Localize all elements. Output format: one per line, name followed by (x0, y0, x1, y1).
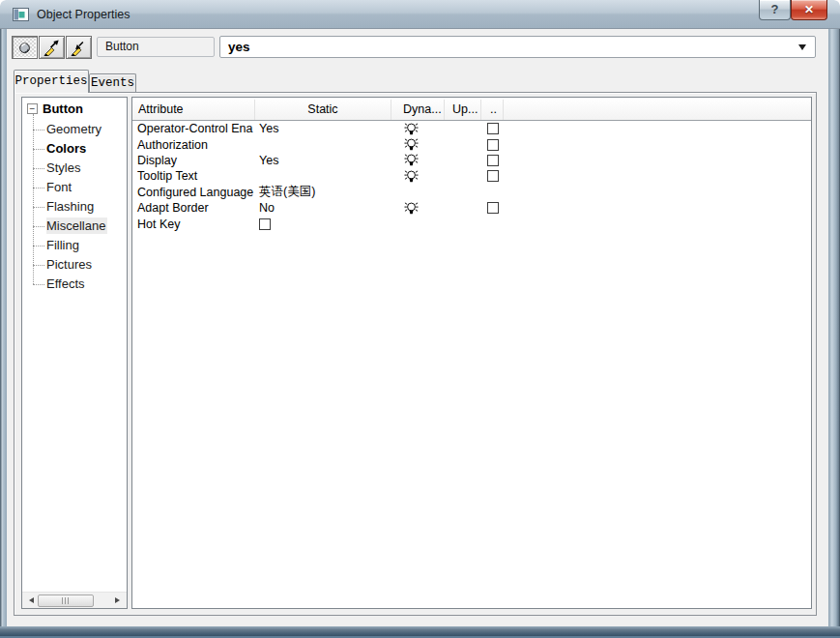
object-properties-window: Object Properties ? ✕ (0, 0, 840, 638)
table-row[interactable]: Hot Key (132, 216, 811, 231)
column-header-filler (504, 100, 811, 120)
attribute-cell: Display (132, 154, 255, 167)
window-border-bottom (0, 626, 840, 638)
tree-item-label: Colors (46, 140, 88, 157)
tree-item-label: Geometry (46, 121, 103, 137)
tab-events[interactable]: Events (89, 73, 136, 93)
table-row[interactable]: Tooltip Text (132, 168, 811, 184)
column-header-0[interactable]: Attribute (132, 100, 255, 120)
indirect-cell[interactable] (481, 202, 504, 214)
tree-item-label: Filling (46, 237, 81, 253)
dynamic-cell[interactable] (391, 137, 445, 152)
static-value-cell[interactable]: Yes (255, 154, 391, 167)
indirect-cell[interactable] (481, 170, 504, 182)
dynamics-bulb-icon[interactable] (404, 153, 419, 167)
dynamic-cell[interactable] (391, 169, 445, 184)
attribute-cell: Hot Key (132, 218, 255, 231)
tree-item-styles[interactable]: Styles (22, 159, 127, 178)
indirect-cell[interactable] (481, 155, 504, 166)
pin-toggle-button[interactable] (12, 36, 38, 59)
window-border-left (0, 29, 7, 626)
table-row[interactable]: Display Yes (132, 153, 811, 168)
eyedropper-down-icon (71, 40, 87, 56)
object-name-field[interactable]: Button (97, 37, 215, 57)
tree-collapse-icon[interactable]: − (27, 103, 38, 114)
dynamics-bulb-icon[interactable] (404, 169, 419, 184)
attribute-cell: Configured Language (132, 186, 255, 199)
window-title: Object Properties (37, 8, 130, 21)
transfer-down-button[interactable] (66, 36, 92, 59)
table-row[interactable]: Configured Language 英语(美国) (132, 185, 811, 200)
window-border-right (828, 29, 840, 626)
transfer-up-button[interactable] (39, 36, 65, 59)
tree-horizontal-scrollbar[interactable] (22, 592, 127, 608)
static-value-cell[interactable]: No (255, 201, 391, 215)
table-row[interactable]: Authorization (132, 136, 811, 152)
indirect-cell[interactable] (481, 123, 504, 134)
attribute-cell: Operator-Control Ena (132, 122, 255, 135)
tree-item-font[interactable]: Font (22, 178, 127, 197)
tree-root-row: − Button (22, 100, 127, 119)
arrow-right-icon (115, 597, 123, 603)
table-row[interactable]: Adapt Border No (132, 200, 811, 216)
attribute-cell: Adapt Border (132, 201, 255, 215)
tree-item-pictures[interactable]: Pictures (22, 255, 127, 275)
pin-icon (17, 41, 32, 55)
tree-item-label: Flashing (46, 198, 96, 215)
static-value-cell[interactable]: Yes (255, 122, 391, 135)
tree-item-label: Styles (46, 160, 82, 176)
tree-item-flashing[interactable]: Flashing (22, 197, 127, 217)
static-value-cell[interactable]: 英语(美国) (255, 184, 391, 200)
table-row[interactable]: Operator-Control Ena Yes (132, 121, 811, 136)
static-value-cell[interactable] (255, 218, 391, 230)
checkbox[interactable] (487, 170, 499, 182)
attribute-value-combobox[interactable]: yes (219, 36, 816, 58)
properties-tree-panel: − Button GeometryColorsStylesFontFlashin… (21, 97, 128, 609)
titlebar[interactable]: Object Properties ? ✕ (0, 0, 840, 29)
table-header: AttributeStaticDyna...Up..... (132, 100, 811, 121)
dynamic-cell[interactable] (391, 122, 445, 136)
scroll-left-button[interactable] (22, 593, 38, 609)
tree-item-effects[interactable]: Effects (22, 275, 127, 294)
indirect-cell[interactable] (481, 139, 504, 151)
close-button[interactable]: ✕ (791, 0, 827, 20)
tab-properties[interactable]: Properties (14, 70, 89, 93)
dynamic-cell[interactable] (391, 201, 445, 216)
eyedropper-up-icon (43, 40, 60, 56)
scroll-right-button[interactable] (111, 593, 127, 609)
column-header-2[interactable]: Dyna... (391, 100, 445, 120)
tree-item-label: Miscellane (46, 218, 107, 234)
checkbox[interactable] (487, 139, 499, 151)
checkbox[interactable] (487, 155, 499, 166)
grip-icon (62, 597, 70, 604)
attribute-cell: Tooltip Text (132, 169, 255, 183)
attributes-table-panel: AttributeStaticDyna...Up..... Operator-C… (131, 97, 812, 609)
combobox-value: yes (228, 40, 250, 54)
chevron-down-icon[interactable] (798, 44, 806, 54)
tree-root-button[interactable]: Button (43, 100, 83, 119)
checkbox[interactable] (487, 202, 499, 214)
tree-item-label: Font (46, 179, 73, 195)
column-header-4[interactable]: .. (481, 100, 504, 120)
table-body: Operator-Control Ena Yes Authorization (132, 121, 811, 232)
attribute-cell: Authorization (132, 138, 255, 152)
help-button[interactable]: ? (759, 0, 791, 20)
dynamics-bulb-icon[interactable] (404, 137, 419, 152)
tree-item-geometry[interactable]: Geometry (22, 120, 127, 139)
dialog-body: Button yes Properties Events − Button Ge… (7, 29, 828, 626)
dynamic-cell[interactable] (391, 153, 445, 167)
tree-item-label: Effects (46, 276, 87, 292)
tree-item-label: Pictures (46, 256, 94, 273)
tree-item-filling[interactable]: Filling (22, 236, 127, 255)
window-icon (13, 8, 29, 21)
tree-item-miscellane[interactable]: Miscellane (22, 217, 127, 236)
checkbox[interactable] (259, 218, 271, 230)
column-header-1[interactable]: Static (255, 100, 391, 120)
column-header-3[interactable]: Up... (445, 100, 481, 120)
arrow-left-icon (26, 597, 34, 603)
scrollbar-thumb[interactable] (38, 594, 94, 607)
checkbox[interactable] (487, 123, 499, 134)
dynamics-bulb-icon[interactable] (404, 122, 419, 136)
tree-item-colors[interactable]: Colors (22, 139, 127, 159)
dynamics-bulb-icon[interactable] (404, 201, 419, 216)
